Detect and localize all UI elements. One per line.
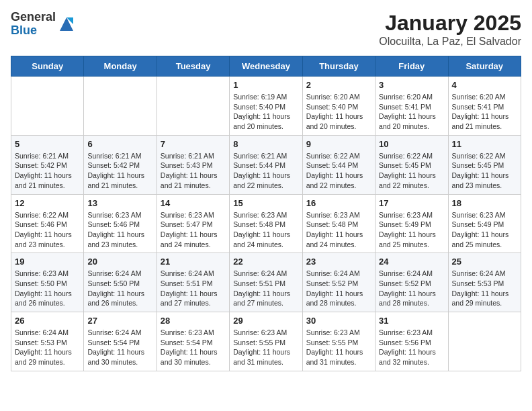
logo-general: General <box>11 10 56 24</box>
day-number: 29 <box>233 316 298 326</box>
week-row-4: 19Sunrise: 6:23 AMSunset: 5:50 PMDayligh… <box>11 253 521 312</box>
day-info: Sunrise: 6:24 AMSunset: 5:53 PMDaylight:… <box>452 269 517 308</box>
day-info: Sunrise: 6:23 AMSunset: 5:54 PMDaylight:… <box>161 328 226 367</box>
calendar-cell: 28Sunrise: 6:23 AMSunset: 5:54 PMDayligh… <box>157 312 229 371</box>
page-header: General Blue January 2025 Olocuilta, La … <box>11 11 521 48</box>
calendar-cell: 27Sunrise: 6:24 AMSunset: 5:54 PMDayligh… <box>84 312 157 371</box>
day-info: Sunrise: 6:24 AMSunset: 5:51 PMDaylight:… <box>161 269 226 308</box>
calendar-cell <box>11 77 84 136</box>
day-info: Sunrise: 6:22 AMSunset: 5:45 PMDaylight:… <box>452 151 517 191</box>
day-number: 17 <box>379 198 444 208</box>
calendar-cell: 24Sunrise: 6:24 AMSunset: 5:52 PMDayligh… <box>375 253 448 312</box>
title-block: January 2025 Olocuilta, La Paz, El Salva… <box>379 11 521 48</box>
day-info: Sunrise: 6:23 AMSunset: 5:55 PMDaylight:… <box>306 328 371 367</box>
day-info: Sunrise: 6:22 AMSunset: 5:46 PMDaylight:… <box>15 210 80 250</box>
weekday-friday: Friday <box>375 56 448 77</box>
day-number: 2 <box>306 80 371 90</box>
day-info: Sunrise: 6:20 AMSunset: 5:41 PMDaylight:… <box>379 92 444 132</box>
calendar-cell: 8Sunrise: 6:21 AMSunset: 5:44 PMDaylight… <box>230 135 302 194</box>
calendar-cell: 13Sunrise: 6:23 AMSunset: 5:46 PMDayligh… <box>84 194 157 253</box>
day-number: 19 <box>15 257 80 267</box>
week-row-5: 26Sunrise: 6:24 AMSunset: 5:53 PMDayligh… <box>11 312 521 371</box>
calendar-cell: 10Sunrise: 6:22 AMSunset: 5:45 PMDayligh… <box>375 135 448 194</box>
calendar-cell: 19Sunrise: 6:23 AMSunset: 5:50 PMDayligh… <box>11 253 84 312</box>
calendar-cell: 11Sunrise: 6:22 AMSunset: 5:45 PMDayligh… <box>448 135 521 194</box>
day-number: 18 <box>452 198 517 208</box>
calendar-cell: 14Sunrise: 6:23 AMSunset: 5:47 PMDayligh… <box>157 194 229 253</box>
day-info: Sunrise: 6:24 AMSunset: 5:52 PMDaylight:… <box>306 269 371 308</box>
calendar-table: SundayMondayTuesdayWednesdayThursdayFrid… <box>11 56 521 371</box>
calendar-cell: 9Sunrise: 6:22 AMSunset: 5:44 PMDaylight… <box>302 135 375 194</box>
weekday-wednesday: Wednesday <box>230 56 302 77</box>
calendar-cell: 23Sunrise: 6:24 AMSunset: 5:52 PMDayligh… <box>302 253 375 312</box>
day-info: Sunrise: 6:23 AMSunset: 5:46 PMDaylight:… <box>87 210 152 250</box>
day-info: Sunrise: 6:23 AMSunset: 5:48 PMDaylight:… <box>306 210 371 250</box>
calendar-cell: 15Sunrise: 6:23 AMSunset: 5:48 PMDayligh… <box>230 194 302 253</box>
day-number: 9 <box>306 139 371 149</box>
day-info: Sunrise: 6:23 AMSunset: 5:56 PMDaylight:… <box>379 328 444 367</box>
calendar-body: 1Sunrise: 6:19 AMSunset: 5:40 PMDaylight… <box>11 77 521 371</box>
day-info: Sunrise: 6:23 AMSunset: 5:49 PMDaylight:… <box>379 210 444 250</box>
day-number: 16 <box>306 198 371 208</box>
calendar-cell: 20Sunrise: 6:24 AMSunset: 5:50 PMDayligh… <box>84 253 157 312</box>
day-info: Sunrise: 6:24 AMSunset: 5:54 PMDaylight:… <box>87 328 152 367</box>
day-info: Sunrise: 6:23 AMSunset: 5:47 PMDaylight:… <box>161 210 226 250</box>
day-number: 30 <box>306 316 371 326</box>
day-info: Sunrise: 6:23 AMSunset: 5:49 PMDaylight:… <box>452 210 517 250</box>
day-number: 21 <box>161 257 226 267</box>
day-number: 25 <box>452 257 517 267</box>
day-info: Sunrise: 6:21 AMSunset: 5:44 PMDaylight:… <box>233 151 298 191</box>
day-number: 8 <box>233 139 298 149</box>
month-title: January 2025 <box>379 11 521 36</box>
day-number: 12 <box>15 198 80 208</box>
weekday-header-row: SundayMondayTuesdayWednesdayThursdayFrid… <box>11 56 521 77</box>
calendar-cell: 18Sunrise: 6:23 AMSunset: 5:49 PMDayligh… <box>448 194 521 253</box>
day-number: 15 <box>233 198 298 208</box>
calendar-cell: 4Sunrise: 6:20 AMSunset: 5:41 PMDaylight… <box>448 77 521 136</box>
calendar-cell: 26Sunrise: 6:24 AMSunset: 5:53 PMDayligh… <box>11 312 84 371</box>
calendar-cell: 16Sunrise: 6:23 AMSunset: 5:48 PMDayligh… <box>302 194 375 253</box>
calendar-cell: 2Sunrise: 6:20 AMSunset: 5:40 PMDaylight… <box>302 77 375 136</box>
day-info: Sunrise: 6:24 AMSunset: 5:50 PMDaylight:… <box>87 269 152 308</box>
day-info: Sunrise: 6:23 AMSunset: 5:48 PMDaylight:… <box>233 210 298 250</box>
day-number: 4 <box>452 80 517 90</box>
day-number: 22 <box>233 257 298 267</box>
calendar-cell: 31Sunrise: 6:23 AMSunset: 5:56 PMDayligh… <box>375 312 448 371</box>
day-number: 11 <box>452 139 517 149</box>
weekday-sunday: Sunday <box>11 56 84 77</box>
calendar-cell: 17Sunrise: 6:23 AMSunset: 5:49 PMDayligh… <box>375 194 448 253</box>
calendar-cell <box>157 77 229 136</box>
location-subtitle: Olocuilta, La Paz, El Salvador <box>379 36 521 48</box>
day-info: Sunrise: 6:22 AMSunset: 5:44 PMDaylight:… <box>306 151 371 191</box>
day-number: 6 <box>87 139 152 149</box>
day-info: Sunrise: 6:21 AMSunset: 5:42 PMDaylight:… <box>87 151 152 191</box>
day-info: Sunrise: 6:21 AMSunset: 5:42 PMDaylight:… <box>15 151 80 191</box>
day-number: 28 <box>161 316 226 326</box>
day-number: 20 <box>87 257 152 267</box>
calendar-cell: 12Sunrise: 6:22 AMSunset: 5:46 PMDayligh… <box>11 194 84 253</box>
calendar-cell: 3Sunrise: 6:20 AMSunset: 5:41 PMDaylight… <box>375 77 448 136</box>
day-info: Sunrise: 6:24 AMSunset: 5:51 PMDaylight:… <box>233 269 298 308</box>
day-number: 3 <box>379 80 444 90</box>
day-number: 27 <box>87 316 152 326</box>
weekday-tuesday: Tuesday <box>157 56 229 77</box>
day-number: 7 <box>161 139 226 149</box>
calendar-cell: 7Sunrise: 6:21 AMSunset: 5:43 PMDaylight… <box>157 135 229 194</box>
day-info: Sunrise: 6:20 AMSunset: 5:40 PMDaylight:… <box>306 92 371 132</box>
day-number: 5 <box>15 139 80 149</box>
calendar-cell: 21Sunrise: 6:24 AMSunset: 5:51 PMDayligh… <box>157 253 229 312</box>
weekday-monday: Monday <box>84 56 157 77</box>
day-info: Sunrise: 6:24 AMSunset: 5:53 PMDaylight:… <box>15 328 80 367</box>
logo-blue: Blue <box>11 24 37 37</box>
logo: General Blue <box>11 11 76 38</box>
calendar-cell: 22Sunrise: 6:24 AMSunset: 5:51 PMDayligh… <box>230 253 302 312</box>
day-info: Sunrise: 6:24 AMSunset: 5:52 PMDaylight:… <box>379 269 444 308</box>
day-info: Sunrise: 6:19 AMSunset: 5:40 PMDaylight:… <box>233 92 298 132</box>
weekday-thursday: Thursday <box>302 56 375 77</box>
calendar-cell: 6Sunrise: 6:21 AMSunset: 5:42 PMDaylight… <box>84 135 157 194</box>
week-row-1: 1Sunrise: 6:19 AMSunset: 5:40 PMDaylight… <box>11 77 521 136</box>
day-info: Sunrise: 6:21 AMSunset: 5:43 PMDaylight:… <box>161 151 226 191</box>
week-row-3: 12Sunrise: 6:22 AMSunset: 5:46 PMDayligh… <box>11 194 521 253</box>
calendar-cell: 1Sunrise: 6:19 AMSunset: 5:40 PMDaylight… <box>230 77 302 136</box>
weekday-saturday: Saturday <box>448 56 521 77</box>
